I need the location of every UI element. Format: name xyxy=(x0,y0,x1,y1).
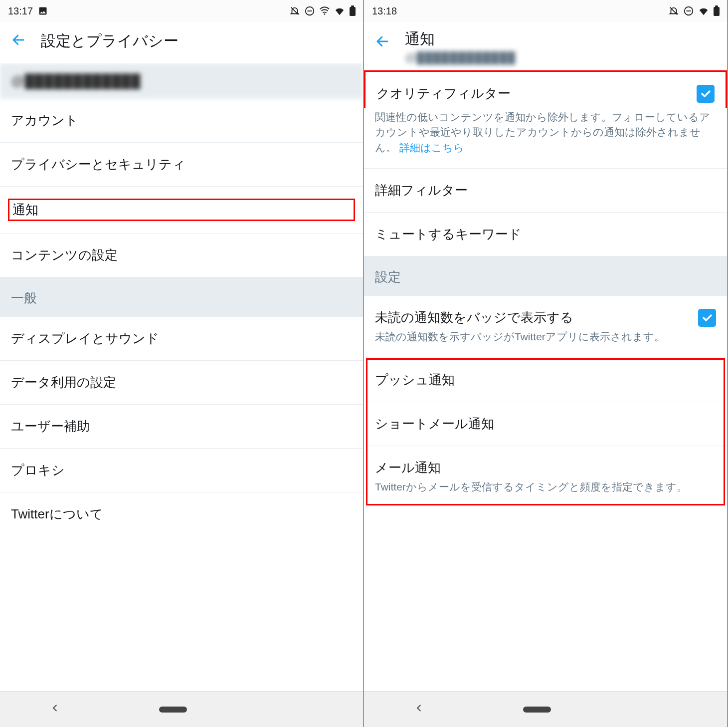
row-advanced-filters[interactable]: 詳細フィルター xyxy=(364,169,727,213)
row-label: アカウント xyxy=(11,112,352,129)
row-label: クオリティフィルター xyxy=(376,85,686,102)
svg-rect-4 xyxy=(351,5,354,7)
status-bar: 13:18 xyxy=(364,0,727,22)
content-area: @████████████ アカウント プライバシーとセキュリティ 通知 コンテ… xyxy=(0,63,363,691)
row-description: 未読の通知数を示すバッジがTwitterアプリに表示されます。 xyxy=(375,329,687,344)
row-unread-badge[interactable]: 未読の通知数をバッジで表示する 未読の通知数を示すバッジがTwitterアプリに… xyxy=(364,296,727,358)
row-description: Twitterからメールを受信するタイミングと頻度を指定できます。 xyxy=(375,480,716,494)
app-header: 設定とプライバシー xyxy=(0,22,363,63)
row-label: 詳細フィルター xyxy=(375,182,716,199)
row-accessibility[interactable]: ユーザー補助 xyxy=(0,405,363,449)
row-label: ユーザー補助 xyxy=(11,418,352,435)
row-label: ショートメール通知 xyxy=(375,415,716,433)
screenshot-left: 13:17 設定とプライバシー xyxy=(0,0,364,727)
row-muted-keywords[interactable]: ミュートするキーワード xyxy=(364,213,727,256)
back-button[interactable] xyxy=(11,32,26,50)
row-about-twitter[interactable]: Twitterについて xyxy=(0,492,363,532)
dnd-icon xyxy=(304,5,315,16)
row-label: データ利用の設定 xyxy=(11,374,352,391)
nav-home-button[interactable] xyxy=(159,707,187,713)
status-time: 13:18 xyxy=(372,5,397,17)
svg-rect-3 xyxy=(350,7,356,16)
row-proxy[interactable]: プロキシ xyxy=(0,449,363,492)
mute-bell-icon xyxy=(668,5,679,16)
back-button[interactable] xyxy=(375,34,390,51)
row-label: プライバシーとセキュリティ xyxy=(11,156,352,173)
row-label: メール通知 xyxy=(375,459,716,477)
row-label: 未読の通知数をバッジで表示する xyxy=(375,309,687,326)
page-title: 設定とプライバシー xyxy=(41,31,179,51)
row-account[interactable]: アカウント xyxy=(0,99,363,143)
image-icon xyxy=(38,6,48,16)
row-data-usage[interactable]: データ利用の設定 xyxy=(0,361,363,405)
status-time: 13:17 xyxy=(8,5,33,17)
row-quality-filter[interactable]: クオリティフィルター xyxy=(364,70,727,108)
wifi-icon xyxy=(698,5,709,16)
row-content-settings[interactable]: コンテンツの設定 xyxy=(0,234,363,277)
nav-bar xyxy=(364,691,727,727)
row-display-sound[interactable]: ディスプレイとサウンド xyxy=(0,317,363,361)
status-bar: 13:17 xyxy=(0,0,363,22)
row-label: プッシュ通知 xyxy=(375,371,716,389)
page-title: 通知 xyxy=(405,29,516,49)
wifi-outline-icon xyxy=(319,5,330,16)
content-area: クオリティフィルター 関連性の低いコンテンツを通知から除外します。フォローしてい… xyxy=(364,70,727,691)
mute-bell-icon xyxy=(289,5,300,16)
quality-filter-checkbox[interactable] xyxy=(697,85,715,103)
screenshot-right: 13:18 通知 @████████████ xyxy=(364,0,728,727)
svg-rect-7 xyxy=(714,7,720,16)
row-email-notifications[interactable]: メール通知 Twitterからメールを受信するタイミングと頻度を指定できます。 xyxy=(364,446,727,507)
unread-badge-checkbox[interactable] xyxy=(698,309,716,327)
dnd-icon xyxy=(683,5,694,16)
row-label: ミュートするキーワード xyxy=(375,226,716,243)
nav-back-button[interactable] xyxy=(413,702,424,717)
row-label: 通知 xyxy=(8,199,355,221)
row-label: Twitterについて xyxy=(11,505,352,523)
battery-icon xyxy=(349,5,356,16)
row-notifications[interactable]: 通知 xyxy=(0,187,363,234)
svg-rect-8 xyxy=(715,5,718,7)
row-label: コンテンツの設定 xyxy=(11,246,352,264)
account-handle: @████████████ xyxy=(405,51,516,64)
account-handle-row[interactable]: @████████████ xyxy=(0,63,363,99)
row-label: ディスプレイとサウンド xyxy=(11,330,352,347)
row-label: プロキシ xyxy=(11,462,352,479)
row-push-notifications[interactable]: プッシュ通知 xyxy=(364,358,727,402)
row-sms-notifications[interactable]: ショートメール通知 xyxy=(364,402,727,446)
learn-more-link[interactable]: 詳細はこちら xyxy=(399,142,464,153)
svg-point-2 xyxy=(324,13,326,15)
wifi-icon xyxy=(334,5,345,16)
nav-back-button[interactable] xyxy=(49,702,60,717)
nav-home-button[interactable] xyxy=(523,707,551,713)
nav-bar xyxy=(0,691,363,727)
row-privacy-security[interactable]: プライバシーとセキュリティ xyxy=(0,143,363,187)
quality-filter-description: 関連性の低いコンテンツを通知から除外します。フォローしているアカウントや最近やり… xyxy=(364,108,727,169)
app-header: 通知 @████████████ xyxy=(364,22,727,70)
section-settings: 設定 xyxy=(364,256,727,296)
battery-icon xyxy=(713,5,720,16)
section-general: 一般 xyxy=(0,277,363,317)
